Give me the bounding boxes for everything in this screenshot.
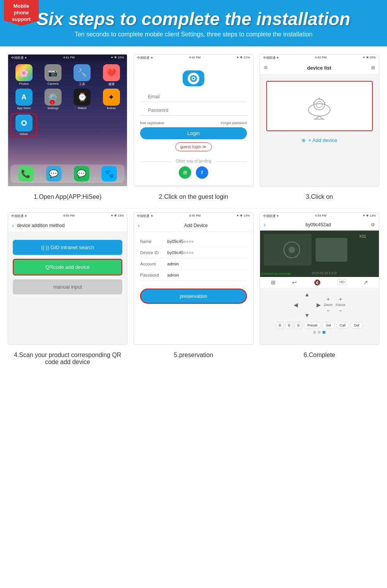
preset-row: 0 0 0 Preset Set Call Del xyxy=(260,321,379,329)
back-arrow-4[interactable]: ‹ xyxy=(12,222,14,229)
ptz-section: ▲ ▼ ◀ ▶ + Zoom − xyxy=(260,288,379,321)
app-health[interactable]: ❤️ 健康 xyxy=(98,64,125,86)
phone6-screen: 中国联通 ✦4:54 PM✦ ❋ 13% ‹ by09c452ad ⚙ xyxy=(260,213,379,344)
dock-phone[interactable]: 📞 xyxy=(18,166,34,181)
set-button[interactable]: Set xyxy=(322,322,335,329)
phone4-title: device addition method xyxy=(17,223,65,228)
phone5-header: ‹ Add Device xyxy=(134,219,253,232)
ptz-right-button[interactable]: ▶ xyxy=(317,302,321,308)
step-4-label: 4.Scan your product corresponding QR cod… xyxy=(8,352,127,366)
expand-icon[interactable]: ↗ xyxy=(363,279,368,285)
guest-login-button[interactable]: guest login ≫ xyxy=(175,142,212,151)
camera-feed: X01 2018-03-18 3:213 Connect successfull… xyxy=(260,231,379,277)
form-section: Name by09c45■■■■ Device ID by09c45■■■■ A… xyxy=(134,232,253,285)
phone-frame-4: 中国联通 ✦4:59 PM✦ ❋ 13% ‹ device addition m… xyxy=(8,212,127,345)
app-hisee[interactable]: HiSee xyxy=(10,113,37,137)
camera-placeholder-icon xyxy=(304,91,335,121)
step-6-label: 6.Complete xyxy=(303,352,335,359)
call-button[interactable]: Call xyxy=(336,322,349,329)
add-circle-icon: ⊕ xyxy=(301,137,306,143)
settings-icon-6[interactable]: ⚙ xyxy=(371,222,375,227)
dock-wechat[interactable]: 💬 xyxy=(74,166,89,181)
add-icon[interactable]: ⊞ xyxy=(371,65,375,70)
step-2: 中国联通 ✦4:41 PM✦ ❋ 21% 👤 xyxy=(134,54,253,200)
svg-line-14 xyxy=(315,116,319,119)
app-settings[interactable]: ⚙️ Settings 1 xyxy=(39,89,66,111)
password-input[interactable] xyxy=(140,105,247,116)
grid-icon[interactable]: ⊞ xyxy=(271,279,276,285)
preset-num-2: 0 xyxy=(285,321,293,329)
focus-controls: + Focus − xyxy=(336,296,346,314)
facebook-icon[interactable]: f xyxy=(196,166,208,179)
page-title: Six steps to complete the installation xyxy=(8,9,379,29)
ptz-control: ▲ ▼ ◀ ▶ xyxy=(294,291,321,318)
phone5-title: Add Device xyxy=(143,223,249,228)
method-buttons: ((·)) GID intranet search QRcode add dev… xyxy=(8,232,127,302)
ptz-left-button[interactable]: ◀ xyxy=(294,302,298,308)
focus-minus-button[interactable]: − xyxy=(339,308,342,314)
qrcode-add-button[interactable]: QRcode add device xyxy=(13,259,122,275)
password-field-wrapper: 🔒 xyxy=(140,105,247,117)
focus-plus-button[interactable]: + xyxy=(339,296,342,302)
form-label-name: Name xyxy=(140,239,167,244)
back-arrow-6[interactable]: ‹ xyxy=(264,222,266,228)
app-extras[interactable]: ✦ Extras xyxy=(98,89,125,111)
app-camera[interactable]: 📷 Camera xyxy=(39,64,66,86)
step-3-label: 3.Click on xyxy=(306,193,333,200)
app-appstore[interactable]: A App Store xyxy=(10,89,37,111)
add-device-button[interactable]: ⊕ + Add device xyxy=(260,137,379,143)
menu-icon[interactable]: ≡ xyxy=(264,64,267,71)
app-logo xyxy=(183,70,204,86)
steps-row-1: 中国联通 ✦4:41 PM✦ ❋ 22% 🌸 Photos 📷 Camera xyxy=(8,54,379,200)
dots-row xyxy=(260,329,379,335)
device-placeholder xyxy=(266,81,373,131)
hd-button[interactable]: HD xyxy=(337,279,346,285)
dock-baidu[interactable]: 🐾 xyxy=(101,166,117,181)
mobile-badge: Mobile phone support xyxy=(4,0,39,26)
replay-icon[interactable]: ↩ xyxy=(292,279,297,285)
app-watch[interactable]: ⌚ Watch xyxy=(69,89,96,111)
zoom-plus-button[interactable]: + xyxy=(327,296,330,302)
dot-1 xyxy=(313,331,316,334)
phone-frame-2: 中国联通 ✦4:41 PM✦ ❋ 21% 👤 xyxy=(134,54,253,186)
steps-section: 中国联通 ✦4:41 PM✦ ❋ 22% 🌸 Photos 📷 Camera xyxy=(0,46,387,377)
dock: 📞 💬 💬 🐾 xyxy=(10,164,125,183)
step-2-label: 2.Click on the guest login xyxy=(159,193,228,200)
app-photos[interactable]: 🌸 Photos xyxy=(10,64,37,86)
free-reg-link[interactable]: free registration xyxy=(140,121,164,125)
ptz-down-button[interactable]: ▼ xyxy=(305,312,310,318)
phone6-title: by09c452ad xyxy=(305,222,330,227)
login-links: free registration Forget password xyxy=(140,121,247,125)
forget-pwd-link[interactable]: Forget password xyxy=(221,121,247,125)
mute-icon[interactable]: 🔇 xyxy=(314,279,320,285)
device-list-title: device list xyxy=(267,65,371,71)
form-row-deviceid: Device ID by09c45■■■■ xyxy=(140,247,247,258)
control-bar: ⊞ ↩ 🔇 HD ↗ xyxy=(260,277,379,288)
manual-input-button[interactable]: manual input xyxy=(13,279,122,294)
back-arrow-5[interactable]: ‹ xyxy=(138,222,140,229)
step-1-label: 1.Open App(APP:HiSee) xyxy=(34,193,101,200)
step-3: 中国联通 ✦4:42 PM✦ ❋ 20% ≡ device list ⊞ xyxy=(260,54,379,200)
zoom-minus-button[interactable]: − xyxy=(327,308,330,314)
login-button[interactable]: Login xyxy=(140,127,247,139)
wechat-icon[interactable]: 微 xyxy=(179,166,191,179)
dot-3 xyxy=(322,331,325,334)
ptz-up-button[interactable]: ▲ xyxy=(305,291,310,297)
steps-row-2: 中国联通 ✦4:59 PM✦ ❋ 13% ‹ device addition m… xyxy=(8,212,379,366)
del-button[interactable]: Del xyxy=(351,322,363,329)
preset-button[interactable]: Preset xyxy=(304,322,321,329)
phone3-header: ≡ device list ⊞ xyxy=(260,61,379,75)
dot-2 xyxy=(318,331,321,334)
preserve-button[interactable]: preservation xyxy=(140,289,247,304)
form-value-account: admin xyxy=(167,262,179,266)
svg-text:f: f xyxy=(201,169,203,175)
app-tools[interactable]: 🔧 工具 xyxy=(69,64,96,86)
svg-point-12 xyxy=(314,99,325,110)
gid-search-button[interactable]: ((·)) GID intranet search xyxy=(13,240,122,255)
page-header: Mobile phone support Six steps to comple… xyxy=(0,0,387,46)
phone1-screen: 中国联通 ✦4:41 PM✦ ❋ 22% 🌸 Photos 📷 Camera xyxy=(8,55,127,186)
phone3-screen: 中国联通 ✦4:42 PM✦ ❋ 20% ≡ device list ⊞ xyxy=(260,55,379,186)
dock-messages[interactable]: 💬 xyxy=(46,166,62,181)
email-input[interactable] xyxy=(140,92,247,102)
form-row-account: Account admin xyxy=(140,258,247,270)
